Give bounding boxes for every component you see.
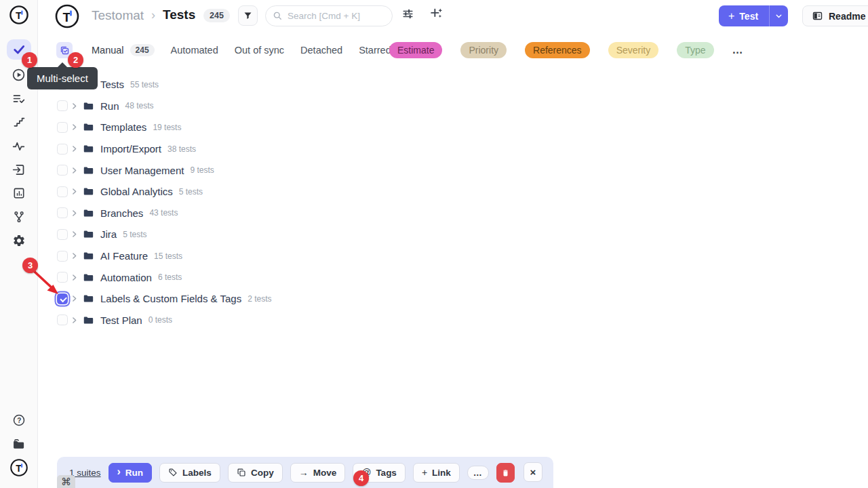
ai-assist-button[interactable] (431, 7, 443, 23)
workspace-logo-icon[interactable]: T (5, 455, 33, 480)
row-checkbox[interactable] (57, 100, 68, 111)
tree-row[interactable]: Labels & Custom Fields & Tags 2 tests (57, 288, 532, 310)
search-box[interactable] (265, 5, 393, 26)
chevron-right-icon[interactable] (70, 166, 79, 175)
svg-text:T: T (63, 10, 71, 24)
folder-icon (83, 272, 94, 283)
chevron-right-icon[interactable] (70, 273, 79, 282)
svg-text:T: T (16, 463, 22, 474)
filter-settings-button[interactable] (401, 7, 414, 23)
tree-row[interactable]: Test Plan 0 tests (57, 310, 532, 331)
row-checkbox[interactable] (57, 165, 68, 176)
tab-manual[interactable]: Manual 245 (92, 44, 155, 56)
chevron-right-icon[interactable] (70, 123, 79, 131)
tree-row[interactable]: Import/Export 38 tests (57, 138, 532, 160)
suite-test-count: 2 tests (248, 294, 271, 304)
add-test-dropdown[interactable] (769, 5, 788, 26)
sidebar-item-settings[interactable] (5, 228, 33, 253)
arrow-right-icon: → (299, 468, 309, 477)
tree-row[interactable]: User Management 9 tests (57, 159, 532, 181)
suite-name: Import/Export (100, 143, 161, 155)
run-button[interactable]: › Run (108, 463, 153, 483)
pill-type[interactable]: Type (677, 42, 713, 58)
svg-text:T: T (16, 9, 22, 21)
chevron-right-icon[interactable] (70, 316, 79, 325)
breadcrumb-app[interactable]: Testomat (92, 8, 144, 23)
row-checkbox[interactable] (57, 122, 68, 133)
sidebar-item-branches[interactable] (5, 205, 33, 229)
pill-references[interactable]: References (525, 42, 590, 58)
app-logo-icon[interactable]: T (5, 3, 33, 27)
folder-icon (83, 100, 94, 112)
add-test-split-button[interactable]: + Test (719, 5, 788, 26)
tag-icon (168, 468, 178, 477)
tree-row[interactable]: Jira 5 tests (57, 224, 532, 245)
folder-icon (83, 293, 94, 304)
delete-button[interactable] (496, 463, 515, 483)
chevron-right-icon[interactable] (70, 230, 79, 239)
close-action-bar-button[interactable]: × (524, 462, 542, 482)
folder-icon (83, 228, 94, 240)
tree-row[interactable]: Templates 19 tests (57, 117, 532, 138)
row-checkbox[interactable] (57, 186, 68, 197)
search-input[interactable] (288, 11, 382, 21)
chevron-right-icon: › (117, 466, 121, 477)
chevron-right-icon[interactable] (70, 251, 79, 260)
chevron-down-icon (774, 12, 783, 20)
help-icon[interactable]: ? (5, 408, 33, 432)
suite-test-count: 19 tests (153, 123, 181, 132)
tab-out-of-sync[interactable]: Out of sync (235, 45, 284, 56)
row-checkbox[interactable] (57, 144, 68, 155)
tree-row[interactable]: Automation 6 tests (57, 266, 532, 288)
filter-button[interactable] (238, 5, 258, 26)
projects-folder-icon[interactable] (5, 432, 33, 456)
chevron-right-icon[interactable] (70, 209, 79, 218)
pill-priority[interactable]: Priority (460, 42, 507, 58)
move-button[interactable]: → Move (290, 463, 346, 483)
sidebar-item-steps[interactable] (5, 110, 33, 134)
row-checkbox[interactable] (57, 251, 68, 262)
more-actions-button[interactable]: … (467, 466, 489, 480)
chevron-right-icon[interactable] (70, 144, 79, 153)
chevron-right-icon[interactable] (70, 187, 79, 196)
pill-estimate[interactable]: Estimate (389, 42, 442, 58)
sidebar-item-activity[interactable] (5, 134, 33, 158)
tree-row[interactable]: Tests 55 tests (57, 74, 532, 96)
suite-test-count: 48 tests (125, 101, 154, 110)
folder-icon (83, 121, 94, 133)
chevron-right-icon[interactable] (70, 102, 79, 110)
plus-icon: + (422, 468, 427, 477)
folder-icon (83, 143, 94, 155)
tab-detached[interactable]: Detached (300, 45, 342, 56)
suite-name: Jira (100, 228, 117, 240)
folder-icon (83, 250, 94, 262)
row-checkbox[interactable] (57, 229, 68, 240)
row-checkbox[interactable] (57, 314, 68, 325)
folder-icon (83, 314, 94, 326)
tree-row[interactable]: Run 48 tests (57, 96, 532, 117)
pill-severity[interactable]: Severity (608, 42, 659, 58)
copy-button[interactable]: Copy (228, 463, 283, 483)
tab-starred[interactable]: Starred (359, 45, 391, 56)
multi-select-icon (60, 45, 70, 56)
sidebar-item-test-plans[interactable] (5, 86, 33, 110)
suite-name: Templates (100, 121, 146, 133)
more-pills-button[interactable]: … (732, 44, 744, 56)
suite-test-count: 38 tests (167, 144, 196, 154)
link-button[interactable]: + Link (413, 463, 460, 483)
tab-automated[interactable]: Automated (171, 45, 218, 56)
readme-button[interactable]: Readme (802, 5, 868, 26)
row-checkbox[interactable] (57, 207, 68, 218)
folder-icon (83, 207, 94, 219)
tree-row[interactable]: Branches 43 tests (57, 203, 532, 224)
chevron-right-icon[interactable] (70, 294, 79, 303)
tree-row[interactable]: AI Feature 15 tests (57, 245, 532, 267)
tree-row[interactable]: Global Analytics 5 tests (57, 181, 532, 203)
labels-button[interactable]: Labels (159, 463, 220, 483)
project-logo-icon[interactable]: T (54, 3, 80, 32)
sidebar-item-reports[interactable] (5, 181, 33, 205)
selection-action-bar: 1 suites › Run Labels Copy → Move @ Tags… (57, 457, 553, 488)
sidebar-item-import[interactable] (5, 157, 33, 182)
cmd-key-hint: ⌘ (57, 475, 75, 488)
add-test-button[interactable]: + Test (719, 11, 769, 22)
